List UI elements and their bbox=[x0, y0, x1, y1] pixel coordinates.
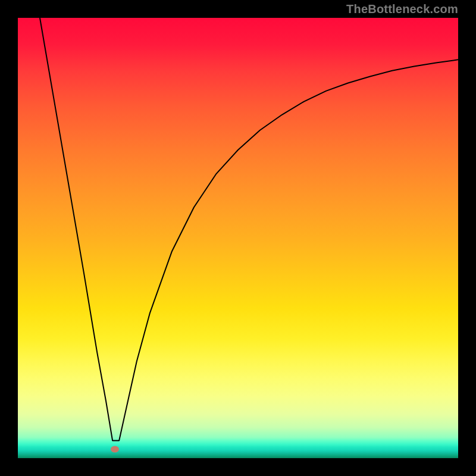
plot-area bbox=[18, 18, 458, 458]
bottleneck-curve bbox=[40, 18, 458, 440]
optimal-marker bbox=[111, 446, 119, 453]
curve-svg bbox=[18, 18, 458, 458]
attribution-label: TheBottleneck.com bbox=[346, 2, 458, 16]
